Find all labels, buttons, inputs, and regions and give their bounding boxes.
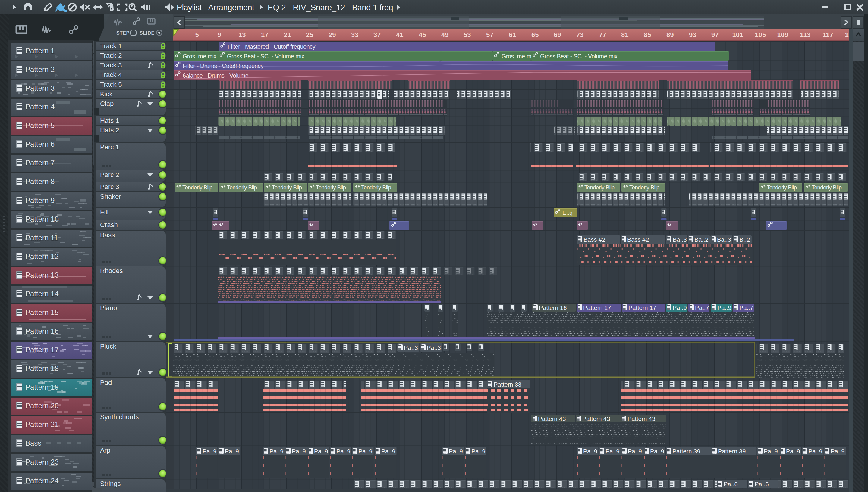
- svg-text:E..q: E..q: [562, 210, 573, 216]
- svg-text:Pa..6: Pa..6: [724, 481, 738, 488]
- svg-text:Bass #2: Bass #2: [627, 236, 649, 243]
- svg-text:Ba..3: Ba..3: [673, 236, 687, 243]
- svg-text:Bass #2: Bass #2: [584, 236, 605, 243]
- svg-text:Tenderly Blip: Tenderly Blip: [584, 184, 614, 191]
- svg-text:Pa..9: Pa..9: [381, 448, 395, 455]
- svg-text:Tenderly Blip: Tenderly Blip: [182, 184, 212, 191]
- svg-text:Pa..9: Pa..9: [673, 304, 687, 311]
- svg-text:Gros..me mix: Gros..me mix: [501, 53, 536, 59]
- svg-text:Pa..9: Pa..9: [336, 448, 351, 455]
- svg-text:Pattern 38: Pattern 38: [494, 381, 521, 388]
- svg-text:Tenderly Blip: Tenderly Blip: [767, 184, 797, 191]
- svg-text:Pa..9: Pa..9: [292, 448, 306, 455]
- svg-text:Pa..9: Pa..9: [358, 448, 373, 455]
- svg-text:Pa..3: Pa..3: [404, 344, 418, 351]
- svg-text:Tenderly Blip: Tenderly Blip: [316, 184, 346, 191]
- svg-text:Filter - Drums - Cutoff freque: Filter - Drums - Cutoff frequency: [183, 63, 264, 69]
- svg-text:Pa..9: Pa..9: [786, 448, 800, 455]
- svg-text:Pa..9: Pa..9: [830, 448, 845, 455]
- svg-text:Pa..9: Pa..9: [764, 448, 778, 455]
- svg-text:Pa..9: Pa..9: [314, 448, 328, 455]
- svg-text:Ba..3: Ba..3: [717, 236, 731, 243]
- svg-text:Pa..9: Pa..9: [717, 304, 731, 311]
- svg-text:Gros..me mix: Gros..me mix: [183, 53, 217, 59]
- svg-text:Gross Beat - SC. - Volume mix: Gross Beat - SC. - Volume mix: [540, 53, 617, 59]
- svg-text:B..2: B..2: [739, 236, 750, 243]
- svg-text:Pattern 17: Pattern 17: [583, 304, 611, 311]
- svg-text:Tenderly Blip: Tenderly Blip: [629, 184, 659, 191]
- svg-text:Ba..2: Ba..2: [695, 236, 708, 243]
- svg-text:Pa..9: Pa..9: [225, 448, 239, 455]
- svg-text:Tenderly Blip: Tenderly Blip: [812, 184, 842, 191]
- svg-text:Pattern 39: Pattern 39: [718, 448, 746, 455]
- svg-text:Pattern 43: Pattern 43: [628, 416, 655, 422]
- svg-text:Tenderly Blip: Tenderly Blip: [361, 184, 391, 191]
- svg-text:Tenderly Blip: Tenderly Blip: [272, 184, 302, 191]
- svg-text:Pa..7: Pa..7: [695, 304, 709, 311]
- svg-text:Pa..9: Pa..9: [650, 448, 664, 455]
- svg-text:Pa..6: Pa..6: [755, 481, 769, 488]
- svg-text:Pa..9: Pa..9: [808, 448, 822, 455]
- svg-text:Pa..9: Pa..9: [606, 448, 620, 455]
- svg-text:Pa..9: Pa..9: [269, 448, 284, 455]
- svg-text:Gross Beat - SC. - Volume mix: Gross Beat - SC. - Volume mix: [227, 53, 304, 59]
- svg-text:Pa..9: Pa..9: [628, 448, 642, 455]
- svg-text:Pa..9: Pa..9: [203, 448, 217, 455]
- svg-text:Pattern 17: Pattern 17: [628, 304, 656, 311]
- svg-text:Pa..3: Pa..3: [427, 344, 441, 351]
- svg-text:Pa..7: Pa..7: [739, 304, 753, 311]
- svg-text:Pa..9: Pa..9: [449, 448, 463, 455]
- svg-text:Filter - Mastered - Cutoff fre: Filter - Mastered - Cutoff frequency: [228, 43, 315, 50]
- svg-text:Pa..9: Pa..9: [471, 448, 486, 455]
- svg-text:Pa..9: Pa..9: [583, 448, 597, 455]
- svg-text:Pattern 43: Pattern 43: [538, 416, 566, 422]
- svg-text:Tenderly Blip: Tenderly Blip: [227, 184, 257, 191]
- svg-text:Pattern 39: Pattern 39: [673, 448, 700, 455]
- svg-text:Pattern 43: Pattern 43: [582, 416, 610, 422]
- svg-text:Pattern 16: Pattern 16: [539, 304, 567, 311]
